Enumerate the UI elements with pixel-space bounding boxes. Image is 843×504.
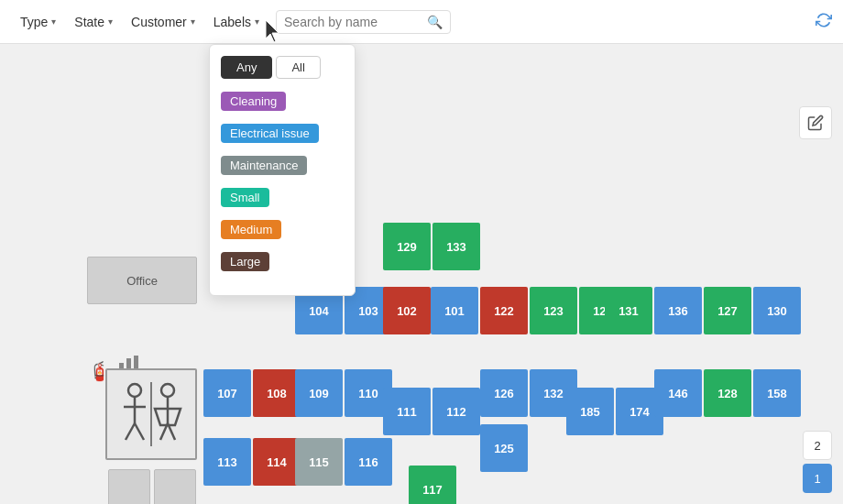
svg-point-10: [161, 384, 174, 397]
label-electrical[interactable]: Electrical issue: [221, 124, 344, 143]
pagination: 2 1: [803, 431, 832, 493]
state-label: State: [74, 15, 104, 29]
page-1-button[interactable]: 1: [803, 464, 832, 493]
page-2-button[interactable]: 2: [803, 431, 832, 460]
labels-dropdown: Any All Cleaning Electrical issue Mainte…: [209, 44, 356, 296]
room-r126[interactable]: 126: [480, 369, 528, 417]
room-r107[interactable]: 107: [203, 369, 251, 417]
cleaning-tag: Cleaning: [221, 92, 286, 111]
room-r128[interactable]: 128: [704, 369, 751, 417]
type-filter-button[interactable]: Type ▾: [11, 9, 65, 35]
room-number-r127: 127: [717, 304, 738, 318]
dropdown-tabs: Any All: [221, 56, 344, 79]
room-r185[interactable]: 185: [566, 388, 614, 435]
room-r114[interactable]: 114: [253, 438, 301, 486]
room-r136[interactable]: 136: [654, 287, 702, 334]
room-r131[interactable]: 131: [605, 287, 652, 334]
room-number-r117: 117: [422, 483, 443, 497]
room-number-r109: 109: [309, 387, 329, 400]
room-r123[interactable]: 123: [530, 287, 577, 334]
room-r158[interactable]: 158: [753, 369, 801, 417]
maintenance-tag: Maintenance: [221, 156, 307, 175]
edit-button[interactable]: [799, 106, 832, 139]
room-number-r111: 111: [397, 405, 417, 419]
room-r127[interactable]: 127: [704, 287, 751, 334]
room-number-r112: 112: [446, 405, 466, 419]
state-filter-button[interactable]: State ▾: [65, 9, 122, 35]
room-number-r125: 125: [494, 442, 514, 455]
room-r116[interactable]: 116: [345, 438, 392, 486]
room-number-r104: 104: [309, 304, 329, 318]
floor-plan: Office 🧯: [0, 44, 843, 504]
room-r115[interactable]: 115: [295, 438, 343, 486]
room-number-r146: 146: [668, 387, 688, 400]
customer-filter-button[interactable]: Customer ▾: [122, 9, 204, 35]
label-medium[interactable]: Medium: [221, 220, 344, 239]
room-number-r107: 107: [217, 387, 237, 400]
tab-all-button[interactable]: All: [276, 56, 320, 79]
room-number-r130: 130: [767, 304, 787, 318]
room-number-r136: 136: [668, 304, 688, 318]
office-box: Office: [87, 257, 197, 304]
room-number-r115: 115: [309, 455, 329, 469]
small-box-left: [108, 469, 150, 504]
svg-line-8: [135, 423, 144, 440]
top-bar: Type ▾ State ▾ Customer ▾ Labels ▾ 🔍: [0, 0, 843, 44]
room-number-r185: 185: [580, 405, 600, 419]
labels-filter-button[interactable]: Labels ▾: [204, 9, 268, 35]
room-number-r126: 126: [494, 387, 514, 400]
room-number-r103: 103: [358, 304, 378, 318]
bathroom-box: [105, 368, 197, 460]
small-box-right: [154, 469, 196, 504]
label-maintenance[interactable]: Maintenance: [221, 156, 344, 175]
svg-line-7: [126, 423, 135, 440]
refresh-button[interactable]: [816, 12, 832, 32]
room-r133[interactable]: 133: [432, 223, 480, 270]
room-r129[interactable]: 129: [383, 223, 431, 270]
label-large[interactable]: Large: [221, 252, 344, 271]
room-number-r133: 133: [446, 240, 466, 254]
room-r112[interactable]: 112: [432, 388, 480, 435]
room-r101[interactable]: 101: [431, 287, 478, 334]
room-r109[interactable]: 109: [295, 369, 343, 417]
room-number-r116: 116: [358, 455, 378, 469]
room-number-r132: 132: [543, 387, 564, 400]
room-number-r129: 129: [397, 240, 417, 254]
top-right-actions: [816, 12, 832, 32]
labels-label: Labels: [213, 15, 251, 29]
customer-label: Customer: [131, 15, 187, 29]
medium-tag: Medium: [221, 220, 281, 239]
search-box: 🔍: [276, 10, 451, 34]
svg-point-4: [128, 384, 141, 397]
room-r130[interactable]: 130: [753, 287, 801, 334]
room-number-r113: 113: [217, 455, 237, 469]
room-r125[interactable]: 125: [480, 424, 528, 472]
search-icon: 🔍: [427, 15, 443, 29]
small-tag: Small: [221, 188, 269, 207]
room-r108[interactable]: 108: [253, 369, 301, 417]
room-number-r131: 131: [619, 304, 639, 318]
label-small[interactable]: Small: [221, 188, 344, 207]
room-r102[interactable]: 102: [383, 287, 431, 334]
room-number-r101: 101: [444, 304, 465, 318]
room-number-r102: 102: [397, 304, 417, 318]
room-r111[interactable]: 111: [383, 388, 431, 435]
state-chevron-icon: ▾: [108, 16, 113, 27]
room-r113[interactable]: 113: [203, 438, 251, 486]
label-cleaning[interactable]: Cleaning: [221, 92, 344, 111]
labels-chevron-icon: ▾: [255, 16, 259, 27]
room-r117[interactable]: 117: [409, 466, 456, 504]
room-number-r110: 110: [358, 387, 378, 400]
electrical-tag: Electrical issue: [221, 124, 319, 143]
type-label: Type: [20, 15, 48, 29]
room-number-r123: 123: [543, 304, 564, 318]
room-r146[interactable]: 146: [654, 369, 702, 417]
room-number-r108: 108: [267, 387, 287, 400]
room-r122[interactable]: 122: [480, 287, 528, 334]
search-input[interactable]: [284, 15, 422, 29]
tab-any-button[interactable]: Any: [221, 56, 272, 79]
room-number-r114: 114: [267, 455, 287, 469]
office-label: Office: [126, 274, 158, 288]
customer-chevron-icon: ▾: [191, 16, 195, 27]
room-number-r122: 122: [494, 304, 514, 318]
